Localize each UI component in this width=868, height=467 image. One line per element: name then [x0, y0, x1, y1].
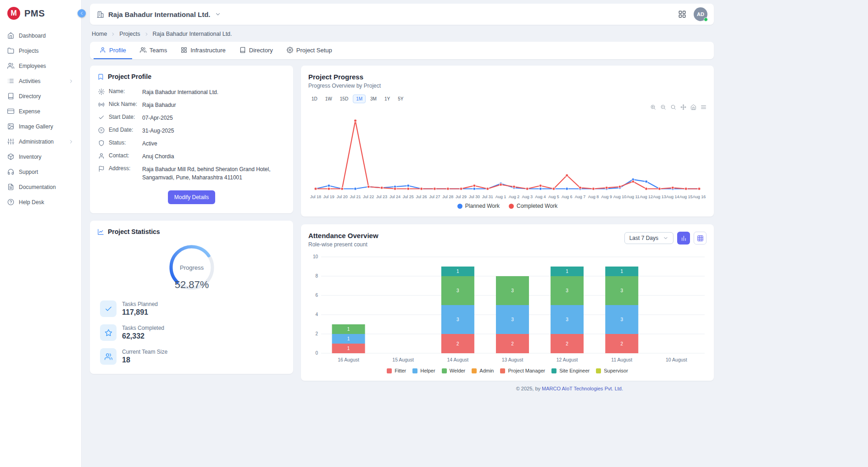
legend-admin[interactable]: Admin: [472, 368, 494, 373]
documentation-icon: [7, 183, 14, 190]
svg-text:0: 0: [315, 350, 318, 356]
sidebar-item-administration[interactable]: Administration: [0, 134, 81, 149]
svg-text:3: 3: [566, 288, 568, 293]
svg-text:12 August: 12 August: [556, 357, 578, 362]
sidebar-item-expense[interactable]: Expense: [0, 104, 81, 119]
sidebar-item-inventory[interactable]: Inventory: [0, 149, 81, 164]
tab-infrastructure[interactable]: Infrastructure: [175, 42, 232, 59]
sidebar-item-documentation[interactable]: Documentation: [0, 179, 81, 195]
svg-text:15 August: 15 August: [392, 357, 414, 362]
tab-profile[interactable]: Profile: [94, 42, 132, 59]
sidebar-item-projects[interactable]: Projects: [0, 43, 81, 58]
footer-company-link[interactable]: MARCO AIoT Technologies Pvt. Ltd.: [542, 386, 623, 391]
menu-label: Documentation: [19, 184, 56, 190]
svg-text:Aug 6: Aug 6: [562, 195, 573, 199]
bar-view-button[interactable]: [677, 232, 690, 245]
svg-text:Jul 18: Jul 18: [310, 195, 321, 199]
svg-text:11 August: 11 August: [611, 357, 632, 362]
legend-planned-work[interactable]: Planned Work: [457, 203, 500, 209]
zoom-in-icon[interactable]: [650, 104, 656, 110]
top-header: Raja Bahadur International Ltd. AD: [90, 4, 714, 25]
chart-icon: [97, 228, 104, 235]
svg-text:Jul 22: Jul 22: [363, 195, 374, 199]
attendance-overview-card: Attendance Overview Role-wise present co…: [301, 224, 714, 381]
range-1m-button[interactable]: 1M: [353, 95, 366, 103]
legend-project-manager[interactable]: Project Manager: [500, 368, 545, 373]
breadcrumb-item-home[interactable]: Home: [92, 31, 107, 37]
legend-helper[interactable]: Helper: [412, 368, 435, 373]
sidebar-collapse-button[interactable]: [78, 9, 86, 17]
svg-text:10: 10: [313, 254, 318, 259]
sidebar-item-support[interactable]: Support: [0, 164, 81, 179]
menu-icon[interactable]: [701, 104, 707, 110]
main-area: Raja Bahadur International Ltd. AD HomeP…: [82, 0, 868, 467]
company-selector[interactable]: Raja Bahadur International Ltd.: [96, 11, 221, 18]
tab-project-setup[interactable]: Project Setup: [281, 42, 338, 59]
profile-field-address: Address:Raja Bahadur Mill Rd, behind She…: [97, 163, 286, 184]
table-view-button[interactable]: [694, 232, 707, 245]
chevron-down-icon: [215, 11, 221, 17]
statistics-card-title: Project Statistics: [108, 228, 160, 235]
legend-welder[interactable]: Welder: [442, 368, 466, 373]
stat-value: 117,891: [122, 308, 158, 317]
zoom-out-icon[interactable]: [660, 104, 666, 110]
range-15d-button[interactable]: 15D: [337, 95, 351, 103]
tab-label: Project Setup: [296, 47, 332, 54]
range-1d-button[interactable]: 1D: [308, 95, 321, 103]
legend-fitter[interactable]: Fitter: [387, 368, 406, 373]
breadcrumb-item-raja-bahadur-international-ltd: Raja Bahadur International Ltd.: [153, 31, 232, 37]
tab-label: Profile: [109, 47, 126, 54]
tab-teams[interactable]: Teams: [134, 42, 173, 59]
date-range-select[interactable]: Last 7 Days: [624, 232, 673, 244]
svg-text:Jul 31: Jul 31: [482, 195, 493, 199]
menu-label: Help Desk: [19, 199, 44, 206]
project-profile-card: Project Profile Name:Raja Bahadur Intern…: [90, 66, 293, 213]
sidebar-item-employees[interactable]: Employees: [0, 58, 81, 73]
field-value: Anuj Chordia: [142, 152, 174, 161]
app-logo[interactable]: M PMS: [0, 0, 81, 25]
legend-completed-work[interactable]: Completed Work: [509, 203, 557, 209]
field-label: Address:: [109, 165, 138, 172]
range-1y-button[interactable]: 1Y: [381, 95, 393, 103]
tab-directory[interactable]: Directory: [234, 42, 279, 59]
breadcrumb-item-projects[interactable]: Projects: [119, 31, 140, 37]
legend-supervisor[interactable]: Supervisor: [596, 368, 628, 373]
apps-icon[interactable]: [678, 10, 686, 18]
field-value: Raja Bahadur International Ltd.: [142, 88, 218, 96]
sidebar-item-dashboard[interactable]: Dashboard: [0, 28, 81, 43]
legend-label: Completed Work: [517, 203, 557, 209]
svg-text:Aug 3: Aug 3: [522, 195, 533, 199]
range-1w-button[interactable]: 1W: [322, 95, 335, 103]
field-value: Raja Bahadur Mill Rd, behind Sheraton Gr…: [142, 165, 285, 182]
avatar[interactable]: AD: [694, 7, 707, 21]
pan-icon[interactable]: [680, 104, 686, 110]
project-statistics-card: Project Statistics Progress 52.87% Tasks…: [90, 221, 293, 374]
svg-text:2: 2: [456, 341, 459, 346]
range-5y-button[interactable]: 5Y: [395, 95, 406, 103]
svg-text:Jul 28: Jul 28: [442, 195, 453, 199]
svg-text:1: 1: [347, 327, 350, 332]
sidebar-item-image-gallery[interactable]: Image Gallery: [0, 119, 81, 134]
svg-text:2: 2: [511, 341, 514, 346]
stat-value: 18: [122, 356, 167, 364]
legend-site-engineer[interactable]: Site Engineer: [551, 368, 590, 373]
svg-text:Aug 5: Aug 5: [548, 195, 559, 199]
svg-text:Aug 7: Aug 7: [575, 195, 586, 199]
field-value: 31-Aug-2025: [142, 127, 174, 135]
menu-label: Directory: [19, 93, 41, 100]
sidebar-item-activities[interactable]: Activities: [0, 73, 81, 89]
sidebar-item-directory[interactable]: Directory: [0, 89, 81, 104]
nickname-icon: [98, 101, 105, 108]
sidebar-item-help-desk[interactable]: Help Desk: [0, 195, 81, 210]
line-chart: Jul 18Jul 19Jul 20Jul 21Jul 22Jul 23Jul …: [308, 110, 707, 200]
address-icon: [98, 166, 105, 172]
home-icon[interactable]: [690, 104, 696, 110]
attendance-title: Attendance Overview: [308, 232, 378, 239]
modify-details-button[interactable]: Modify Details: [168, 190, 215, 204]
check-icon: [100, 300, 117, 317]
range-3m-button[interactable]: 3M: [367, 95, 380, 103]
field-value: Active: [142, 139, 157, 148]
selection-zoom-icon[interactable]: [670, 104, 676, 110]
progress-chart-title: Project Progress: [308, 73, 707, 81]
svg-text:6: 6: [315, 293, 318, 298]
